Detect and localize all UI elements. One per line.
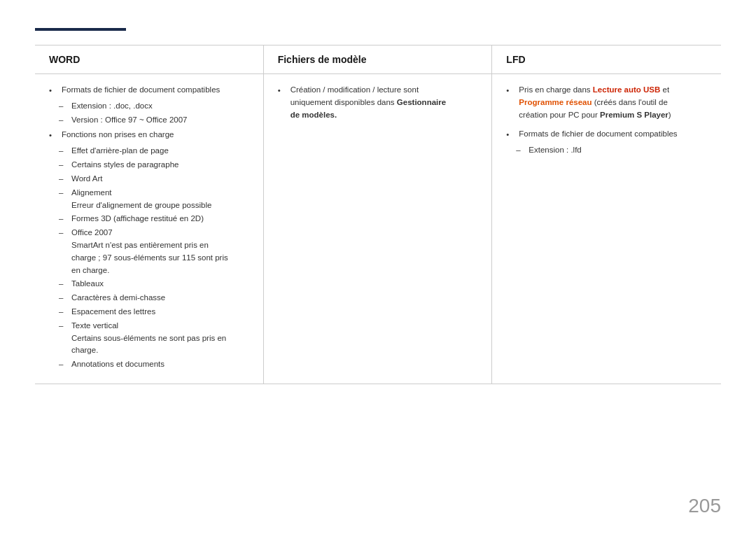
col3-sub1: Extension : .lfd <box>528 144 581 157</box>
col3-text1-plain2: et <box>660 85 669 94</box>
sub-dash: – <box>59 227 69 239</box>
col1-sub10-container: Texte vertical Certains sous-éléments ne… <box>71 320 226 357</box>
col2-text3: de modèles. <box>290 111 337 119</box>
col3-sub-item-1: – Extension : .lfd <box>516 144 707 157</box>
col1-section1-sub1: Extension : .doc, .docx <box>71 100 153 113</box>
header-lfd: LFD <box>492 45 721 73</box>
sub-dash: – <box>59 145 69 157</box>
col1-sub-list-1: – Extension : .doc, .docx – Version : Of… <box>49 100 249 127</box>
col3-text-block-1: Pris en charge dans Lecture auto USB et … <box>519 84 671 121</box>
col2-text2-bold: Gestionnaire <box>397 98 446 106</box>
col3-text1-bold: Lecture auto USB <box>593 85 661 94</box>
bullet-dot: • <box>49 85 59 97</box>
sub-item-7: – Tableaux <box>59 278 249 290</box>
page-container: WORD Fichiers de modèle LFD • Formats de… <box>0 0 756 426</box>
col1-content: • Formats de fichier de document compati… <box>35 74 264 384</box>
col1-sub2: Certains styles de paragraphe <box>71 159 178 171</box>
col1-sub4: Alignement <box>71 187 211 199</box>
col1-sub6: Office 2007 <box>71 227 228 239</box>
page-number: 205 <box>688 495 721 517</box>
col1-sub8: Caractères à demi-chasse <box>71 292 165 304</box>
sub-dash: – <box>59 187 69 199</box>
col1-sub1: Effet d'arrière-plan de page <box>71 145 169 157</box>
col1-sub4-extra: Erreur d'alignement de groupe possible <box>71 199 211 212</box>
col1-sub9: Espacement des lettres <box>71 306 155 318</box>
sub-dash: – <box>59 306 69 318</box>
sub-dash: – <box>59 320 69 332</box>
bullet-dot: • <box>278 85 288 97</box>
sub-item-1: – Effet d'arrière-plan de page <box>59 145 249 157</box>
bullet-dot: • <box>506 129 516 141</box>
bullet-item-1: • Formats de fichier de document compati… <box>49 84 249 97</box>
col2-bullet-item: • Création / modification / lecture sont… <box>278 84 478 121</box>
sub-item-8: – Caractères à demi-chasse <box>59 292 249 304</box>
bullet-dot: • <box>49 129 59 142</box>
col2-content: • Création / modification / lecture sont… <box>264 74 493 384</box>
header-word: WORD <box>35 45 264 73</box>
sub-dash: – <box>59 292 69 304</box>
col1-section1-title: Formats de fichier de document compatibl… <box>62 84 220 97</box>
sub-item-2: – Certains styles de paragraphe <box>59 159 249 171</box>
col1-section1-sub2: Version : Office 97 ~ Office 2007 <box>71 114 187 127</box>
col1-section2-title: Fonctions non prises en charge <box>62 129 174 141</box>
col1-sub7: Tableaux <box>71 278 104 290</box>
sub-dash: – <box>59 213 69 225</box>
col3-text3: création pour PC pour <box>519 111 600 119</box>
col1-sub10: Texte vertical <box>71 320 226 332</box>
col3-bullet-item-1: • Pris en charge dans Lecture auto USB e… <box>506 84 707 121</box>
sub-dash: – <box>59 278 69 290</box>
table-header: WORD Fichiers de modèle LFD <box>35 45 721 74</box>
bullet-item-2: • Fonctions non prises en charge <box>49 129 249 142</box>
col1-sub10-extra1: Certains sous-éléments ne sont pas pris … <box>71 332 226 345</box>
col3-content: • Pris en charge dans Lecture auto USB e… <box>492 74 721 384</box>
sub-item-11: – Annotations et documents <box>59 358 249 371</box>
col3-bullet-item-2: • Formats de fichier de document compati… <box>506 128 707 141</box>
sub-item-ver: – Version : Office 97 ~ Office 2007 <box>59 114 249 127</box>
col1-sub4-container: Alignement Erreur d'alignement de groupe… <box>71 187 211 212</box>
col3-text3-end: ) <box>668 111 671 119</box>
bullet-dot: • <box>506 85 516 97</box>
table-body: • Formats de fichier de document compati… <box>35 74 721 384</box>
sub-dash: – <box>516 144 526 157</box>
sub-item-3: – Word Art <box>59 173 249 185</box>
col1-sub6-extra2: charge ; 97 sous-éléments sur 115 sont p… <box>71 252 228 265</box>
sub-dash: – <box>59 173 69 185</box>
col3-text2-bold: Programme réseau <box>519 98 592 106</box>
sub-dash: – <box>59 114 69 127</box>
col1-list: • Formats de fichier de document compati… <box>49 84 249 371</box>
col3-list: • Pris en charge dans Lecture auto USB e… <box>506 84 707 157</box>
sub-item-5: – Formes 3D (affichage restitué en 2D) <box>59 213 249 225</box>
sub-item-ext: – Extension : .doc, .docx <box>59 100 249 113</box>
col2-text-block: Création / modification / lecture sont u… <box>290 84 446 121</box>
sub-dash: – <box>59 358 69 371</box>
col1-sub-list-2: – Effet d'arrière-plan de page – Certain… <box>49 145 249 371</box>
col3-sub-list: – Extension : .lfd <box>506 144 707 157</box>
sub-dash: – <box>59 159 69 171</box>
sub-item-10: – Texte vertical Certains sous-éléments … <box>59 320 249 357</box>
col1-sub3: Word Art <box>71 173 103 185</box>
col1-sub6-extra3: en charge. <box>71 265 228 277</box>
col2-text1: Création / modification / lecture sont <box>290 85 419 94</box>
col3-text2-plain: (créés dans l'outil de <box>592 98 668 106</box>
col2-text2-plain: uniquement disponibles dans <box>290 98 397 106</box>
sub-item-6: – Office 2007 SmartArt n'est pas entière… <box>59 227 249 276</box>
header-fichiers: Fichiers de modèle <box>264 45 493 73</box>
col1-sub11: Annotations et documents <box>71 358 164 371</box>
col1-sub5: Formes 3D (affichage restitué en 2D) <box>71 213 204 225</box>
col1-sub6-container: Office 2007 SmartArt n'est pas entièreme… <box>71 227 228 276</box>
sub-item-9: – Espacement des lettres <box>59 306 249 318</box>
top-bar <box>35 28 126 31</box>
col3-text3-bold: Premium S Player <box>600 111 668 119</box>
col3-text1-plain: Pris en charge dans <box>519 85 592 94</box>
sub-dash: – <box>59 100 69 113</box>
col2-list: • Création / modification / lecture sont… <box>278 84 478 121</box>
col1-sub10-extra2: charge. <box>71 344 226 357</box>
col1-sub6-extra1: SmartArt n'est pas entièrement pris en <box>71 239 228 252</box>
sub-item-4: – Alignement Erreur d'alignement de grou… <box>59 187 249 212</box>
col3-section2-title: Formats de fichier de document compatibl… <box>519 128 677 141</box>
